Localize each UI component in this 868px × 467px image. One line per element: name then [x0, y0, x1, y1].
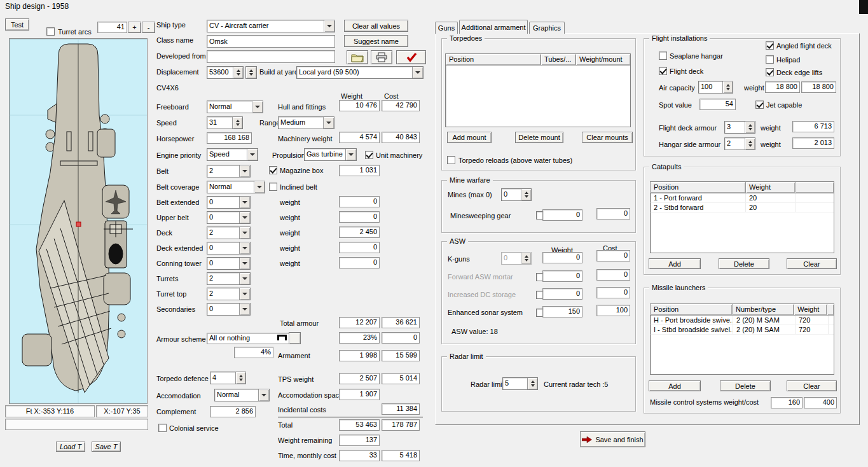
chevron-down-icon[interactable]: [324, 20, 334, 32]
missiles-col-type[interactable]: Number/type: [733, 304, 794, 316]
tab-graphics[interactable]: Graphics: [529, 22, 565, 34]
torpedoes-table[interactable]: Position Tubes/... Weight/mount: [445, 53, 631, 127]
save-template-button[interactable]: Save T: [92, 442, 121, 452]
chevron-down-icon[interactable]: [239, 165, 250, 177]
load-template-button[interactable]: Load T: [56, 442, 85, 452]
arc-minus-button[interactable]: -: [142, 22, 155, 33]
turret-arcs-checkbox[interactable]: [46, 27, 55, 36]
chevron-down-icon[interactable]: [239, 227, 250, 239]
test-button[interactable]: Test: [5, 18, 29, 31]
displacement-fine-spinner[interactable]: [245, 66, 257, 79]
add-mount-button[interactable]: Add mount: [447, 132, 492, 143]
range-select[interactable]: Medium: [278, 116, 334, 129]
catapult-add-button[interactable]: Add: [649, 258, 701, 269]
spinner-arrows-icon[interactable]: [246, 67, 256, 78]
missiles-col-weight[interactable]: Weight: [794, 304, 827, 316]
chevron-down-icon[interactable]: [252, 101, 263, 113]
build-at-yard-select[interactable]: Local yard (59 500): [296, 66, 424, 79]
missile-clear-button[interactable]: Clear: [787, 380, 837, 391]
suggest-name-button[interactable]: Suggest name: [344, 35, 408, 47]
hangar-side-armour-spinner[interactable]: 2: [724, 137, 755, 150]
inclined-belt-checkbox[interactable]: [269, 183, 277, 191]
ship-type-select[interactable]: CV - Aircraft carrier: [207, 20, 335, 32]
spinner-arrows-icon[interactable]: [235, 372, 245, 384]
belt-extended-select[interactable]: 0: [207, 196, 251, 209]
chevron-down-icon[interactable]: [239, 242, 250, 254]
table-row[interactable]: H - Port broadside swive... 2 (20) M SAM…: [651, 316, 834, 325]
armour-scheme-picker-button[interactable]: [289, 332, 301, 344]
displacement-spinner[interactable]: 53600: [207, 66, 244, 79]
colonial-service-checkbox[interactable]: [158, 424, 167, 432]
chevron-down-icon[interactable]: [345, 149, 356, 160]
chevron-down-icon[interactable]: [239, 197, 250, 208]
flight-deck-checkbox[interactable]: [659, 67, 667, 75]
spinner-arrows-icon[interactable]: [233, 67, 243, 78]
deck-select[interactable]: 2: [207, 227, 251, 239]
open-design-button[interactable]: [347, 50, 368, 64]
chevron-down-icon[interactable]: [258, 389, 269, 401]
spinner-arrows-icon[interactable]: [521, 189, 531, 200]
catapults-col-weight[interactable]: Weight: [746, 182, 796, 193]
torpedo-reloads-checkbox[interactable]: [447, 156, 455, 164]
chevron-down-icon[interactable]: [239, 258, 250, 269]
magazine-box-checkbox[interactable]: [269, 166, 277, 174]
clear-all-values-button[interactable]: Clear all values: [344, 20, 408, 32]
arc-plus-button[interactable]: +: [128, 22, 141, 33]
chevron-down-icon[interactable]: [247, 149, 258, 160]
propulsion-select[interactable]: Gas turbine: [304, 148, 357, 161]
table-row[interactable]: I - Stbd broadside swivel... 2 (20) M SA…: [651, 325, 834, 335]
table-row[interactable]: 2 - Stbd forward 20: [651, 203, 834, 213]
catapult-clear-button[interactable]: Clear: [787, 258, 837, 269]
torpedoes-col-tubes[interactable]: Tubes/...: [541, 54, 576, 66]
spinner-arrows-icon[interactable]: [527, 378, 537, 389]
deck-extended-select[interactable]: 0: [207, 242, 251, 254]
developed-from-input[interactable]: [207, 50, 335, 63]
chevron-down-icon[interactable]: [239, 303, 250, 315]
air-capacity-spinner[interactable]: 100: [698, 81, 733, 94]
missiles-col-position[interactable]: Position: [651, 304, 733, 316]
radar-limit-spinner[interactable]: 5: [502, 377, 538, 390]
spinner-arrows-icon[interactable]: [722, 81, 733, 93]
belt-select[interactable]: 2: [207, 165, 251, 178]
mines-spinner[interactable]: 0: [501, 188, 532, 201]
catapults-col-position[interactable]: Position: [651, 182, 746, 193]
accomodation-select[interactable]: Normal: [214, 389, 270, 401]
ship-drawing-canvas[interactable]: [9, 38, 148, 404]
table-row[interactable]: 1 - Port forward 20: [651, 193, 834, 203]
chevron-down-icon[interactable]: [239, 288, 250, 300]
unit-machinery-checkbox[interactable]: [365, 151, 373, 159]
tab-guns[interactable]: Guns: [435, 22, 458, 34]
chevron-down-icon[interactable]: [239, 273, 250, 284]
turret-arc-value-input[interactable]: 41: [97, 22, 127, 33]
torpedo-defence-spinner[interactable]: 4: [210, 372, 246, 384]
chevron-down-icon[interactable]: [254, 181, 265, 193]
chevron-down-icon[interactable]: [239, 212, 250, 223]
freeboard-select[interactable]: Normal: [207, 101, 263, 113]
flight-deck-armour-spinner[interactable]: 3: [724, 121, 755, 134]
clear-mounts-button[interactable]: Clear mounts: [582, 132, 633, 143]
catapults-col-blank[interactable]: [796, 182, 834, 193]
angled-flight-deck-checkbox[interactable]: [766, 41, 774, 50]
tab-additional-armament[interactable]: Additional armament: [459, 20, 528, 34]
missile-delete-button[interactable]: Delete: [720, 380, 771, 391]
missile-add-button[interactable]: Add: [649, 380, 701, 391]
conning-tower-select[interactable]: 0: [207, 257, 251, 270]
engine-priority-select[interactable]: Speed: [207, 148, 258, 161]
spinner-arrows-icon[interactable]: [232, 117, 242, 129]
helipad-checkbox[interactable]: [766, 55, 774, 64]
save-and-finish-button[interactable]: Save and finish: [580, 431, 645, 447]
secondaries-select[interactable]: 0: [207, 303, 251, 316]
missile-launchers-table[interactable]: Position Number/type Weight H - Port bro…: [650, 303, 834, 375]
turret-top-select[interactable]: 2: [207, 288, 251, 300]
spinner-arrows-icon[interactable]: [745, 138, 755, 150]
upper-belt-select[interactable]: 0: [207, 211, 251, 224]
missiles-col-blank[interactable]: [827, 304, 834, 316]
deck-edge-lifts-checkbox[interactable]: [766, 68, 774, 76]
torpedoes-col-weight[interactable]: Weight/mount: [576, 54, 630, 66]
turrets-select[interactable]: 2: [207, 272, 251, 285]
spinner-arrows-icon[interactable]: [745, 122, 755, 133]
catapults-table[interactable]: Position Weight 1 - Port forward 20 2 - …: [650, 181, 834, 253]
confirm-design-button[interactable]: [396, 50, 426, 64]
delete-mount-button[interactable]: Delete mount: [515, 132, 563, 143]
belt-coverage-select[interactable]: Normal: [207, 181, 265, 193]
